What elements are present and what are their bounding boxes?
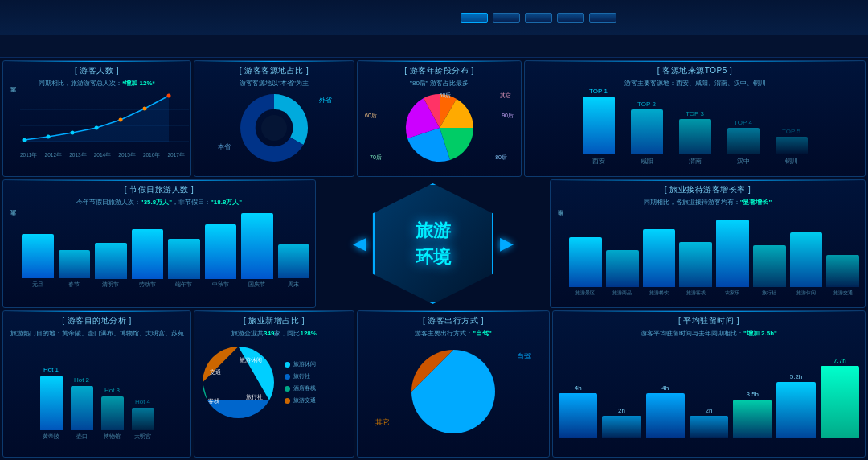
st-bar-5: 3.5h	[733, 391, 772, 438]
h-bar-guoqing: 国庆节	[241, 213, 273, 289]
dest-bar-1	[40, 376, 63, 430]
h-label-guoqing: 国庆节	[248, 281, 265, 289]
h-fill-yuandan	[22, 234, 54, 278]
nav-video-monitor[interactable]	[589, 13, 616, 23]
top-navigation	[0, 0, 868, 35]
svg-point-10	[167, 94, 171, 98]
top5-label-4: 汉中	[737, 157, 750, 166]
g-bar-agency: 旅行社	[753, 245, 786, 297]
st-bar-3: 4h	[646, 384, 685, 438]
ni-legend-leisure: 旅游休闲	[285, 360, 316, 368]
dest-hot4: Hot 4 大明宫	[132, 398, 154, 441]
g-fill-dining	[643, 229, 676, 287]
g-label-inn: 旅游客栈	[686, 290, 706, 297]
age-80s: 80后	[495, 154, 507, 162]
dest-hot-label-1: Hot 1	[43, 366, 59, 373]
growth-sub: 同期相比，各旅业接待游客均有："显著增长"	[556, 198, 859, 207]
growth-title: [ 旅业接待游客增长率 ]	[556, 184, 859, 195]
age-90s: 90后	[502, 112, 514, 120]
st-val-6: 5.2h	[790, 373, 803, 380]
g-label-agency: 旅行社	[762, 290, 776, 297]
st-val-2: 2h	[618, 407, 625, 414]
st-val-1: 4h	[575, 384, 582, 392]
dest-hot1: Hot 1 黄帝陵	[40, 366, 63, 441]
hex-relative: ◀ 旅游环境 ▶	[373, 183, 493, 304]
h-fill-chunjie	[59, 250, 91, 278]
ni-title: [ 旅业新增占比 ]	[200, 315, 348, 327]
ni-label-agency: 旅行社	[293, 372, 310, 380]
sub-navigation	[0, 35, 868, 58]
ni-dot-leisure	[285, 362, 290, 368]
origin-pie-svg	[238, 92, 310, 164]
dest-title: [ 游客目的地分析 ]	[9, 315, 185, 327]
top5-item-5: TOP 5 铜川	[776, 128, 808, 166]
tm-label-zijia: 自驾	[517, 351, 531, 362]
holiday-sub: 今年节假日旅游人次："35.8万人"，非节假日："18.8万人"	[9, 198, 309, 207]
dest-label-3: 博物馆	[104, 433, 121, 441]
nav-data-application[interactable]	[525, 13, 552, 23]
age-60s: 60后	[365, 112, 377, 120]
st-val-3: 4h	[661, 384, 669, 392]
tm-pie	[409, 347, 497, 436]
hex-shape: 旅游环境	[373, 183, 493, 304]
visitor-count-panel: [ 游客人数 ] 同期相比，旅游游客总人次：*增加 12%* 游客人次 2011…	[2, 60, 191, 177]
top5-bar-1	[583, 97, 615, 154]
tm-pie-wrap: 自驾 其它	[363, 339, 543, 444]
right-arrow-icon: ▶	[500, 233, 514, 254]
age-panel: [ 游客年龄段分布 ] "80后" 游客占比最多 50后 其它 90后 80后 …	[357, 60, 522, 177]
destination-panel: [ 游客目的地分析 ] 旅游热门目的地：黄帝陵、壶口瀑布、博物馆、大明宫、苏苑 …	[2, 310, 191, 458]
svg-point-7	[95, 126, 99, 130]
st-val-4: 2h	[706, 407, 713, 414]
top5-label-1: 西安	[592, 157, 605, 166]
nav-buttons	[217, 13, 860, 23]
ni-label-hotel: 酒店客栈	[293, 384, 316, 392]
ni-legend: 旅游休闲 旅行社 酒店客栈 旅游交通	[285, 360, 316, 405]
h-bar-zhoumo: 周末	[278, 244, 310, 289]
h-fill-duanwu	[168, 239, 200, 279]
hex-text: 旅游环境	[416, 217, 451, 270]
ni-legend-agency: 旅行社	[285, 372, 316, 380]
g-label-farm: 农家乐	[725, 290, 739, 297]
stay-bars-row: 4h 2h 4h 2h 3.5h 5.2h	[559, 342, 859, 438]
age-other: 其它	[500, 92, 511, 100]
nav-data-prediction[interactable]	[557, 13, 584, 23]
age-pie-wrap: 50后 其它 90后 80后 70后 60后	[363, 89, 515, 166]
g-label-goods: 旅游商品	[612, 290, 632, 297]
ni-dot-hotel	[285, 386, 290, 392]
age-70s: 70后	[370, 154, 382, 162]
origin-sub: 游客客源地以"本省"为主	[200, 79, 348, 88]
origin-title: [ 游客客源地占比 ]	[200, 65, 348, 76]
g-fill-leisure	[790, 232, 823, 287]
dest-bar-3	[101, 396, 124, 430]
svg-point-5	[47, 135, 51, 139]
nav-data-analysis[interactable]	[493, 13, 520, 23]
svg-text:旅游休闲: 旅游休闲	[240, 357, 262, 363]
st-bar-7: 7.7h	[821, 357, 859, 438]
top5-bar-4	[727, 128, 760, 154]
left-arrow-icon: ◀	[353, 233, 366, 254]
dest-hot-label-4: Hot 4	[135, 398, 150, 405]
st-fill-3	[646, 393, 685, 438]
dest-hot2: Hot 2 壶口	[71, 376, 93, 441]
ni-label-transport: 旅游交通	[293, 396, 316, 405]
nav-data-collect[interactable]	[461, 13, 488, 23]
top5-rank-1: TOP 1	[589, 88, 608, 95]
ni-legend-hotel: 酒店客栈	[285, 384, 316, 392]
g-bar-inn: 旅游客栈	[679, 242, 712, 297]
top5-label-2: 咸阳	[641, 157, 653, 166]
dest-bars-row: Hot 1 黄帝陵 Hot 2 壶口 Hot 3 博物馆 Hot 4 大明宫	[9, 344, 185, 441]
st-val-5: 3.5h	[746, 391, 759, 398]
g-fill-goods	[606, 250, 639, 287]
ni-dot-transport	[285, 398, 290, 404]
holiday-chart-wrap: 旅游人次 元旦 春节 清明节 劳动节	[9, 208, 309, 289]
stay-time-panel: [ 平均驻留时间 ] 游客平均驻留时间与去年同期相比："增加 2.5h" 4h …	[552, 310, 866, 458]
age-sub: "80后" 游客占比最多	[363, 79, 515, 88]
top5-rank-5: TOP 5	[782, 128, 800, 135]
h-fill-zhoumo	[278, 244, 310, 278]
dest-hot-label-3: Hot 3	[104, 387, 120, 394]
top5-item-2: TOP 2 咸阳	[631, 101, 663, 166]
age-pie-svg	[403, 92, 476, 164]
h-fill-zhongqiu	[205, 224, 237, 279]
vc-sub: 同期相比，旅游游客总人次：*增加 12%*	[9, 79, 185, 88]
st-val-7: 7.7h	[833, 357, 846, 364]
